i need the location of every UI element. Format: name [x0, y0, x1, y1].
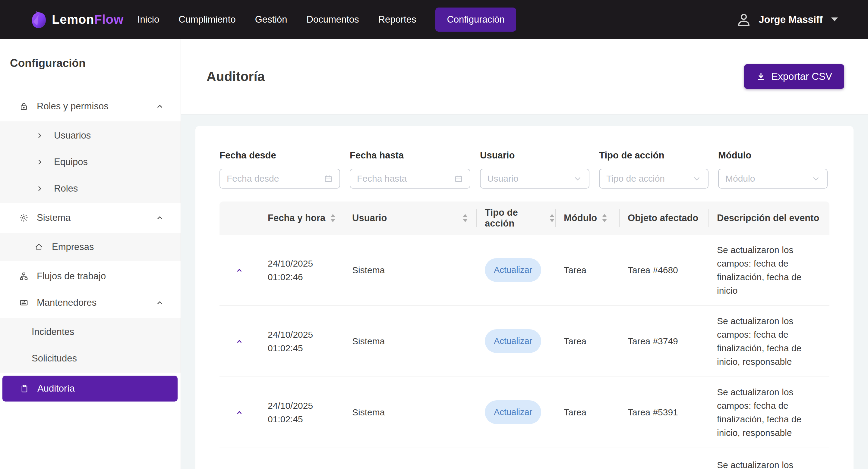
workflow-icon	[19, 272, 29, 281]
sidebar-item-label: Flujos de trabajo	[37, 271, 106, 282]
sidebar-item-usuarios[interactable]: Usuarios	[0, 122, 181, 149]
fecha-desde-input[interactable]	[227, 173, 324, 184]
tipo-de-accion-select[interactable]: Tipo de acción	[599, 169, 709, 189]
descripcion-cell: Se actualizaron los campos: fecha de fin…	[709, 243, 812, 297]
sort-arrows-icon	[462, 213, 468, 223]
row-expand-button[interactable]	[233, 406, 246, 419]
calendar-icon	[324, 174, 333, 183]
lemonflow-logo-icon	[30, 10, 48, 29]
sidebar-item-equipos[interactable]: Equipos	[0, 149, 181, 175]
nav-item-reportes[interactable]: Reportes	[378, 14, 416, 25]
filter-modulo: Módulo Módulo	[718, 150, 828, 189]
sidebar-item-auditoria[interactable]: Auditoría	[2, 376, 178, 402]
main-nav-items: Inicio Cumplimiento Gestión Documentos R…	[137, 7, 516, 32]
usuario-cell	[344, 448, 476, 458]
sidebar-item-incidentes[interactable]: Incidentes	[0, 319, 181, 345]
column-header-tipo-de-accion[interactable]: Tipo de acción	[476, 202, 555, 235]
sidebar-item-label: Roles y permisos	[37, 101, 108, 112]
audit-table: Fecha y hora Usuario	[219, 202, 829, 469]
sort-arrows-icon	[330, 213, 336, 223]
nav-item-inicio[interactable]: Inicio	[137, 14, 159, 25]
export-csv-label: Exportar CSV	[771, 71, 832, 82]
column-header-objeto-afectado: Objeto afectado	[619, 202, 709, 235]
tipo-de-accion-select-value: Tipo de acción	[606, 173, 692, 184]
audit-card: Fecha desde Fecha ha	[195, 126, 854, 469]
modulo-cell: Tarea	[555, 334, 619, 348]
fecha-hasta-input[interactable]	[357, 173, 454, 184]
sidebar-item-roles-y-permisos[interactable]: Roles y permisos	[0, 93, 181, 120]
modulo-cell: Tarea	[555, 405, 619, 419]
accion-cell: Actualizar	[476, 400, 555, 424]
sidebar-item-label: Mantenedores	[37, 297, 96, 308]
sidebar-item-label: Equipos	[54, 157, 88, 167]
app-window: LemonFlow Inicio Cumplimiento Gestión Do…	[0, 0, 868, 469]
descripcion-cell: Se actualizaron los	[709, 448, 812, 469]
nav-item-cumplimiento[interactable]: Cumplimiento	[179, 14, 236, 25]
modulo-select-value: Módulo	[725, 173, 811, 184]
sidebar-subgroup-mantenedores: Incidentes Solicitudes	[0, 318, 181, 373]
filter-label: Fecha desde	[219, 150, 340, 161]
fecha-desde-input-box	[219, 169, 340, 189]
chevron-down-icon	[692, 174, 701, 183]
nav-item-gestion[interactable]: Gestión	[255, 14, 287, 25]
sidebar-item-flujos-de-trabajo[interactable]: Flujos de trabajo	[0, 263, 181, 290]
usuario-select-value: Usuario	[487, 173, 573, 184]
sidebar-item-sistema[interactable]: Sistema	[0, 204, 181, 231]
objeto-cell: Tarea #4680	[619, 263, 709, 277]
calendar-icon	[454, 174, 463, 183]
table-row: Se actualizaron los	[219, 448, 829, 469]
chevron-up-icon	[156, 299, 164, 307]
nav-item-configuracion[interactable]: Configuración	[435, 7, 516, 32]
column-header-modulo[interactable]: Módulo	[555, 202, 619, 235]
nav-item-documentos[interactable]: Documentos	[307, 14, 359, 25]
objeto-cell: Tarea #5391	[619, 405, 709, 419]
chevron-right-icon	[35, 158, 45, 166]
sidebar-item-label: Roles	[54, 183, 78, 194]
sidebar-item-roles[interactable]: Roles	[0, 175, 181, 202]
chevron-down-icon	[811, 174, 820, 183]
sidebar-item-mantenedores[interactable]: Mantenedores	[0, 290, 181, 316]
sidebar-item-label: Incidentes	[32, 327, 74, 337]
column-label: Fecha y hora	[268, 213, 325, 224]
status-badge: Actualizar	[485, 258, 541, 282]
fecha-hasta-input-box	[350, 169, 470, 189]
lock-icon	[19, 102, 29, 111]
modulo-cell	[555, 448, 619, 458]
home-icon	[34, 243, 44, 251]
modulo-cell: Tarea	[555, 263, 619, 277]
sidebar-item-empresas[interactable]: Empresas	[0, 234, 181, 260]
sort-arrows-icon	[549, 213, 555, 223]
filter-label: Módulo	[718, 150, 828, 161]
column-header-fecha-y-hora[interactable]: Fecha y hora	[259, 202, 344, 235]
sort-arrows-icon	[601, 213, 608, 223]
user-icon	[736, 11, 752, 28]
export-csv-button[interactable]: Exportar CSV	[744, 64, 844, 89]
chevron-down-icon	[573, 174, 582, 183]
sidebar-item-label: Sistema	[37, 212, 70, 223]
fecha-cell: 24/10/202501:02:46	[259, 257, 344, 284]
usuario-cell: Sistema	[344, 405, 476, 419]
sidebar-subgroup-roles: Usuarios Equipos Roles	[0, 122, 181, 203]
brand-logo[interactable]: LemonFlow	[30, 10, 124, 29]
modulo-select[interactable]: Módulo	[718, 169, 828, 189]
usuario-select[interactable]: Usuario	[480, 169, 589, 189]
accion-cell	[476, 448, 555, 458]
table-row: 24/10/202501:02:45 Sistema Actualizar Ta…	[219, 306, 829, 377]
row-expand-button[interactable]	[233, 335, 246, 347]
chevron-up-icon	[156, 102, 164, 110]
download-icon	[756, 72, 766, 81]
accion-cell: Actualizar	[476, 258, 555, 282]
chevron-down-icon	[831, 18, 838, 22]
chevron-up-icon	[156, 214, 164, 222]
expand-cell	[219, 406, 259, 419]
column-header-usuario[interactable]: Usuario	[344, 202, 476, 235]
sidebar-subgroup-sistema: Empresas	[0, 233, 181, 261]
column-label: Módulo	[564, 213, 597, 224]
gear-icon	[19, 213, 29, 222]
filter-label: Tipo de acción	[599, 150, 709, 161]
row-expand-button[interactable]	[233, 264, 246, 276]
user-menu[interactable]: Jorge Massiff	[736, 11, 838, 28]
page-content: Fecha desde Fecha ha	[181, 114, 868, 469]
sidebar-item-solicitudes[interactable]: Solicitudes	[0, 345, 181, 372]
sidebar-item-label: Empresas	[52, 242, 94, 253]
